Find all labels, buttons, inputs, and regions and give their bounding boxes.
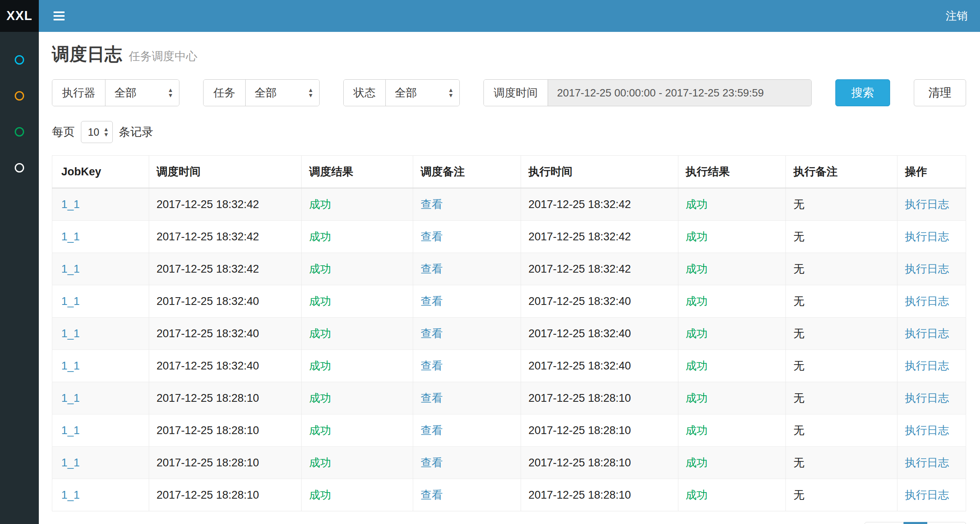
jobkey-link[interactable]: 1_1 — [61, 360, 80, 372]
trigger-time-range-value: 2017-12-25 00:00:00 - 2017-12-25 23:59:5… — [557, 87, 764, 99]
column-header: 调度结果 — [302, 156, 413, 188]
status-filter-group: 状态 全部 ▲▼ — [343, 79, 460, 106]
executor-filter-group: 执行器 全部 ▲▼ — [52, 79, 179, 106]
circle-icon — [15, 127, 24, 137]
page-header: 调度日志 任务调度中心 — [52, 43, 966, 66]
trigger-remark-link[interactable]: 查看 — [421, 392, 443, 404]
select-arrows-icon: ▲▼ — [168, 87, 173, 98]
page-size-select[interactable]: 10 ▲▼ — [81, 121, 113, 143]
handle-time-cell: 2017-12-25 18:28:10 — [521, 479, 678, 511]
pagination: 上页 1 下页 — [864, 522, 966, 524]
execution-log-link[interactable]: 执行日志 — [905, 198, 949, 210]
handle-result-cell: 成功 — [678, 447, 786, 479]
trigger-time-cell: 2017-12-25 18:28:10 — [149, 414, 302, 447]
sidebar-item-1[interactable] — [0, 42, 39, 78]
sidebar-item-3[interactable] — [0, 114, 39, 150]
column-header: 调度备注 — [413, 156, 521, 188]
trigger-result-cell: 成功 — [302, 382, 413, 414]
jobkey-link[interactable]: 1_1 — [61, 295, 80, 307]
table-row: 1_12017-12-25 18:28:10成功查看2017-12-25 18:… — [52, 447, 966, 479]
trigger-time-cell: 2017-12-25 18:32:40 — [149, 318, 302, 350]
jobkey-link[interactable]: 1_1 — [61, 457, 80, 469]
trigger-result-cell: 成功 — [302, 253, 413, 285]
executor-filter-value: 全部 — [114, 85, 136, 100]
trigger-time-cell: 2017-12-25 18:28:10 — [149, 447, 302, 479]
app-logo[interactable]: XXL — [0, 0, 39, 32]
jobkey-link[interactable]: 1_1 — [61, 327, 80, 340]
handle-result-cell: 成功 — [678, 414, 786, 447]
page-size-prefix: 每页 — [52, 124, 75, 140]
trigger-remark-link[interactable]: 查看 — [421, 360, 443, 372]
trigger-remark-link[interactable]: 查看 — [421, 424, 443, 437]
trigger-result-cell: 成功 — [302, 221, 413, 253]
handle-result-cell: 成功 — [678, 350, 786, 382]
execution-log-link[interactable]: 执行日志 — [905, 360, 949, 372]
trigger-remark-link[interactable]: 查看 — [421, 198, 443, 210]
trigger-time-range-input[interactable]: 2017-12-25 00:00:00 - 2017-12-25 23:59:5… — [548, 80, 811, 106]
job-filter-select[interactable]: 全部 ▲▼ — [246, 80, 319, 106]
jobkey-link[interactable]: 1_1 — [61, 392, 80, 404]
jobkey-link[interactable]: 1_1 — [61, 198, 80, 210]
hamburger-icon — [54, 9, 65, 22]
trigger-remark-link[interactable]: 查看 — [421, 263, 443, 275]
sidebar-item-2[interactable] — [0, 78, 39, 114]
table-row: 1_12017-12-25 18:32:42成功查看2017-12-25 18:… — [52, 221, 966, 253]
executor-filter-select[interactable]: 全部 ▲▼ — [105, 80, 179, 106]
page-size-control: 每页 10 ▲▼ 条记录 — [52, 121, 966, 143]
jobkey-link[interactable]: 1_1 — [61, 424, 80, 437]
trigger-time-cell: 2017-12-25 18:32:40 — [149, 285, 302, 318]
handle-remark-cell: 无 — [786, 253, 897, 285]
job-filter-group: 任务 全部 ▲▼ — [203, 79, 320, 106]
execution-log-link[interactable]: 执行日志 — [905, 392, 949, 404]
jobkey-link[interactable]: 1_1 — [61, 263, 80, 275]
execution-log-link[interactable]: 执行日志 — [905, 263, 949, 275]
handle-remark-cell: 无 — [786, 382, 897, 414]
execution-log-link[interactable]: 执行日志 — [905, 457, 949, 469]
handle-remark-cell: 无 — [786, 414, 897, 447]
execution-log-link[interactable]: 执行日志 — [905, 327, 949, 340]
next-page-button[interactable]: 下页 — [927, 522, 966, 524]
jobkey-link[interactable]: 1_1 — [61, 231, 80, 243]
trigger-remark-link[interactable]: 查看 — [421, 457, 443, 469]
sidebar-menu — [0, 32, 39, 524]
page-size-suffix: 条记录 — [119, 124, 153, 140]
clear-button[interactable]: 清理 — [914, 79, 966, 106]
handle-remark-cell: 无 — [786, 350, 897, 382]
handle-time-cell: 2017-12-25 18:32:40 — [521, 285, 678, 318]
trigger-time-cell: 2017-12-25 18:32:42 — [149, 221, 302, 253]
trigger-time-filter-label: 调度时间 — [484, 80, 548, 106]
execution-log-link[interactable]: 执行日志 — [905, 489, 949, 501]
job-filter-label: 任务 — [204, 80, 246, 106]
handle-result-cell: 成功 — [678, 285, 786, 318]
current-page-button[interactable]: 1 — [904, 522, 927, 524]
handle-time-cell: 2017-12-25 18:32:42 — [521, 253, 678, 285]
column-header: 执行时间 — [521, 156, 678, 188]
table-header-row: JobKey调度时间调度结果调度备注执行时间执行结果执行备注操作 — [52, 156, 966, 188]
trigger-remark-link[interactable]: 查看 — [421, 489, 443, 501]
trigger-remark-link[interactable]: 查看 — [421, 295, 443, 307]
execution-log-link[interactable]: 执行日志 — [905, 424, 949, 437]
table-row: 1_12017-12-25 18:32:40成功查看2017-12-25 18:… — [52, 285, 966, 318]
trigger-remark-link[interactable]: 查看 — [421, 231, 443, 243]
select-arrows-icon: ▲▼ — [103, 127, 109, 137]
main-content: 调度日志 任务调度中心 执行器 全部 ▲▼ 任务 全部 ▲▼ 状态 — [39, 32, 980, 524]
prev-page-button[interactable]: 上页 — [864, 522, 904, 524]
jobkey-link[interactable]: 1_1 — [61, 489, 80, 501]
handle-remark-cell: 无 — [786, 447, 897, 479]
handle-result-cell: 成功 — [678, 318, 786, 350]
column-header: JobKey — [52, 156, 149, 188]
logout-link[interactable]: 注销 — [933, 0, 980, 32]
search-button[interactable]: 搜索 — [835, 79, 890, 106]
execution-log-link[interactable]: 执行日志 — [905, 231, 949, 243]
status-filter-select[interactable]: 全部 ▲▼ — [386, 80, 459, 106]
trigger-result-cell: 成功 — [302, 350, 413, 382]
executor-filter-label: 执行器 — [52, 80, 105, 106]
handle-result-cell: 成功 — [678, 382, 786, 414]
sidebar-item-4[interactable] — [0, 150, 39, 186]
handle-time-cell: 2017-12-25 18:28:10 — [521, 382, 678, 414]
handle-time-cell: 2017-12-25 18:32:42 — [521, 188, 678, 221]
sidebar-toggle-button[interactable] — [39, 0, 79, 32]
trigger-remark-link[interactable]: 查看 — [421, 327, 443, 340]
execution-log-link[interactable]: 执行日志 — [905, 295, 949, 307]
table-row: 1_12017-12-25 18:28:10成功查看2017-12-25 18:… — [52, 382, 966, 414]
